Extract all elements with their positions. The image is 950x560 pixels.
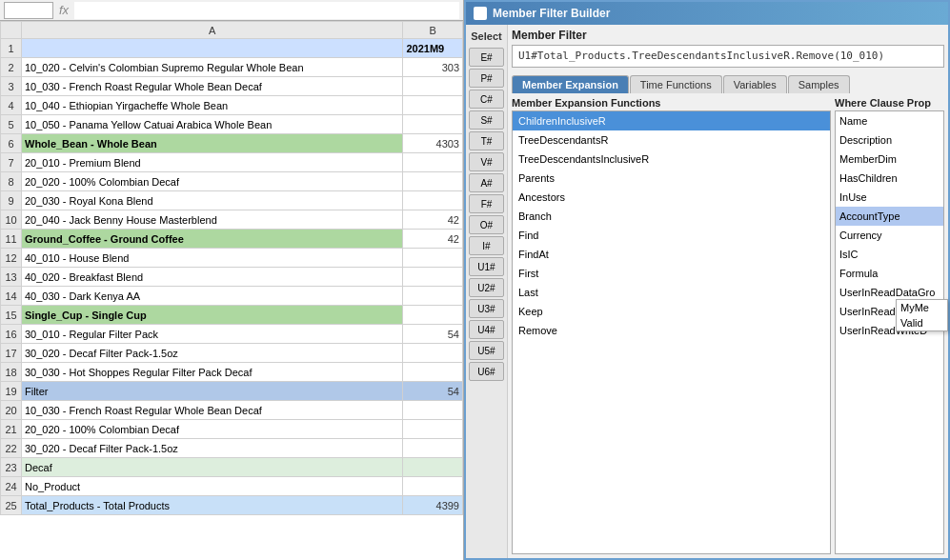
table-row[interactable]: 12021M9 bbox=[1, 39, 463, 58]
function-item[interactable]: Last bbox=[513, 283, 830, 302]
table-row[interactable]: 25Total_Products - Total Products4399 bbox=[1, 496, 463, 515]
cell-col-b[interactable] bbox=[403, 268, 463, 287]
select-btn-v[interactable]: V# bbox=[469, 152, 504, 171]
cell-col-a[interactable]: Single_Cup - Single Cup bbox=[22, 306, 403, 325]
select-btn-s[interactable]: S# bbox=[469, 110, 504, 130]
select-btn-u6[interactable]: U6# bbox=[469, 362, 504, 381]
select-btn-p[interactable]: P# bbox=[469, 69, 504, 88]
name-box[interactable] bbox=[4, 2, 53, 19]
select-btn-u2[interactable]: U2# bbox=[469, 278, 504, 297]
where-clause-item[interactable]: AccountType bbox=[836, 207, 943, 226]
tab-member-expansion[interactable]: Member Expansion bbox=[512, 75, 629, 93]
dropdown-item[interactable]: Valid bbox=[897, 315, 947, 330]
cell-col-a[interactable]: Ground_Coffee - Ground Coffee bbox=[22, 230, 403, 249]
filter-expression[interactable]: U1#Total_Products.TreeDescendantsInclusi… bbox=[512, 45, 944, 68]
cell-col-b[interactable] bbox=[403, 115, 463, 134]
cell-col-a[interactable]: 10_030 - French Roast Regular Whole Bean… bbox=[22, 77, 403, 96]
cell-col-b[interactable] bbox=[403, 191, 463, 210]
cell-col-a[interactable]: No_Product bbox=[22, 477, 403, 496]
select-btn-e[interactable]: E# bbox=[469, 48, 504, 67]
cell-col-a[interactable]: 10_030 - French Roast Regular Whole Bean… bbox=[22, 401, 403, 420]
where-clause-item[interactable]: Currency bbox=[836, 226, 943, 245]
table-row[interactable]: 1730_020 - Decaf Filter Pack-1.5oz bbox=[1, 344, 463, 363]
table-row[interactable]: 720_010 - Premium Blend bbox=[1, 153, 463, 172]
function-item[interactable]: TreeDescendantsInclusiveR bbox=[513, 150, 830, 169]
table-row[interactable]: 1020_040 - Jack Benny House Masterblend4… bbox=[1, 210, 463, 230]
select-btn-t[interactable]: T# bbox=[469, 131, 504, 150]
cell-col-a[interactable]: 10_050 - Panama Yellow Catuai Arabica Wh… bbox=[22, 115, 403, 134]
cell-col-a[interactable]: 10_020 - Celvin's Colombian Supremo Regu… bbox=[22, 58, 403, 77]
cell-col-a[interactable]: 30_020 - Decaf Filter Pack-1.5oz bbox=[22, 344, 403, 363]
account-type-dropdown[interactable]: MyMeValid bbox=[896, 299, 948, 331]
cell-col-a[interactable]: 20_020 - 100% Colombian Decaf bbox=[22, 172, 403, 191]
cell-col-b[interactable] bbox=[403, 306, 463, 325]
cell-col-b[interactable] bbox=[403, 77, 463, 96]
cell-col-a[interactable]: 40_030 - Dark Kenya AA bbox=[22, 287, 403, 306]
col-a-header[interactable]: A bbox=[22, 22, 403, 39]
cell-col-b[interactable] bbox=[403, 363, 463, 382]
function-item[interactable]: Remove bbox=[513, 321, 830, 340]
select-btn-i[interactable]: I# bbox=[469, 236, 504, 255]
table-row[interactable]: 24No_Product bbox=[1, 477, 463, 496]
cell-col-a[interactable]: 30_020 - Decaf Filter Pack-1.5oz bbox=[22, 439, 403, 458]
table-row[interactable]: 1630_010 - Regular Filter Pack54 bbox=[1, 325, 463, 344]
function-item[interactable]: Keep bbox=[513, 302, 830, 321]
cell-col-b[interactable] bbox=[403, 96, 463, 115]
cell-col-a[interactable]: Decaf bbox=[22, 458, 403, 477]
cell-col-a[interactable]: 20_010 - Premium Blend bbox=[22, 153, 403, 172]
table-row[interactable]: 920_030 - Royal Kona Blend bbox=[1, 191, 463, 210]
cell-col-b[interactable]: 2021M9 bbox=[403, 39, 463, 58]
cell-col-b[interactable] bbox=[403, 249, 463, 268]
cell-col-a[interactable]: Filter bbox=[22, 382, 403, 401]
table-row[interactable]: 1440_030 - Dark Kenya AA bbox=[1, 287, 463, 306]
select-btn-u5[interactable]: U5# bbox=[469, 341, 504, 360]
cell-col-a[interactable]: 20_040 - Jack Benny House Masterblend bbox=[22, 210, 403, 230]
function-item[interactable]: ChildrenInclusiveR bbox=[513, 111, 830, 130]
functions-list[interactable]: ChildrenInclusiveRTreeDescendantsRTreeDe… bbox=[512, 110, 831, 554]
table-row[interactable]: 15Single_Cup - Single Cup bbox=[1, 306, 463, 325]
table-row[interactable]: 2230_020 - Decaf Filter Pack-1.5oz bbox=[1, 439, 463, 458]
function-item[interactable]: Find bbox=[513, 226, 830, 245]
select-btn-a[interactable]: A# bbox=[469, 173, 504, 192]
table-row[interactable]: 820_020 - 100% Colombian Decaf bbox=[1, 172, 463, 191]
table-row[interactable]: 310_030 - French Roast Regular Whole Bea… bbox=[1, 77, 463, 96]
table-row[interactable]: 23Decaf bbox=[1, 458, 463, 477]
function-item[interactable]: Parents bbox=[513, 169, 830, 188]
tab-samples[interactable]: Samples bbox=[788, 75, 850, 93]
where-clause-item[interactable]: MemberDim bbox=[836, 150, 943, 169]
cell-col-b[interactable] bbox=[403, 477, 463, 496]
select-btn-f[interactable]: F# bbox=[469, 194, 504, 213]
cell-col-a[interactable]: 10_040 - Ethiopian Yirgacheffe Whole Bea… bbox=[22, 96, 403, 115]
cell-col-b[interactable] bbox=[403, 172, 463, 191]
cell-col-a[interactable]: 20_030 - Royal Kona Blend bbox=[22, 191, 403, 210]
cell-col-b[interactable] bbox=[403, 401, 463, 420]
table-row[interactable]: 1340_020 - Breakfast Blend bbox=[1, 268, 463, 287]
cell-col-b[interactable]: 42 bbox=[403, 230, 463, 249]
where-clause-item[interactable]: IsIC bbox=[836, 245, 943, 264]
cell-col-a[interactable]: 30_010 - Regular Filter Pack bbox=[22, 325, 403, 344]
function-item[interactable]: Branch bbox=[513, 207, 830, 226]
cell-col-a[interactable]: 20_020 - 100% Colombian Decaf bbox=[22, 420, 403, 439]
cell-col-b[interactable] bbox=[403, 420, 463, 439]
function-item[interactable]: First bbox=[513, 264, 830, 283]
select-btn-u4[interactable]: U4# bbox=[469, 320, 504, 339]
cell-col-b[interactable] bbox=[403, 287, 463, 306]
where-clause-list[interactable]: NameDescriptionMemberDimHasChildrenInUse… bbox=[835, 110, 944, 554]
cell-col-b[interactable]: 4303 bbox=[403, 134, 463, 153]
cell-col-b[interactable]: 4399 bbox=[403, 496, 463, 515]
cell-col-b[interactable]: 54 bbox=[403, 325, 463, 344]
cell-col-a[interactable] bbox=[22, 39, 403, 58]
select-btn-u3[interactable]: U3# bbox=[469, 299, 504, 318]
cell-col-a[interactable]: 40_010 - House Blend bbox=[22, 249, 403, 268]
cell-col-b[interactable] bbox=[403, 344, 463, 363]
where-clause-item[interactable]: Description bbox=[836, 130, 943, 150]
cell-col-b[interactable]: 54 bbox=[403, 382, 463, 401]
where-clause-item[interactable]: HasChildren bbox=[836, 169, 943, 188]
table-row[interactable]: 2010_030 - French Roast Regular Whole Be… bbox=[1, 401, 463, 420]
table-row[interactable]: 1240_010 - House Blend bbox=[1, 249, 463, 268]
cell-col-a[interactable]: 30_030 - Hot Shoppes Regular Filter Pack… bbox=[22, 363, 403, 382]
table-row[interactable]: 1830_030 - Hot Shoppes Regular Filter Pa… bbox=[1, 363, 463, 382]
function-item[interactable]: Ancestors bbox=[513, 188, 830, 207]
function-item[interactable]: TreeDescendantsR bbox=[513, 130, 830, 150]
cell-col-a[interactable]: Total_Products - Total Products bbox=[22, 496, 403, 515]
